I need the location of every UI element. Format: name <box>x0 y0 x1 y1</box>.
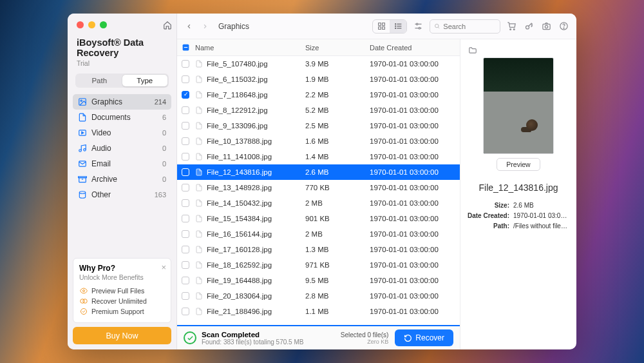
file-row[interactable]: File_14_150432.jpg2 MB1970-01-01 03:00:0… <box>177 195 460 211</box>
sidebar-item-documents[interactable]: Documents6 <box>73 110 171 125</box>
filter-icon[interactable] <box>412 21 424 31</box>
tab-path[interactable]: Path <box>77 75 122 86</box>
file-name: File_13_148928.jpg <box>207 184 305 191</box>
file-name: File_7_118648.jpg <box>207 91 305 99</box>
app-edition: Trial <box>68 59 176 74</box>
fullscreen-window-button[interactable] <box>100 21 107 28</box>
row-checkbox[interactable] <box>177 199 194 207</box>
scan-status-title: Scan Completed <box>202 331 303 338</box>
promo-item: Recover Unlimited <box>79 296 165 306</box>
row-checkbox[interactable] <box>177 137 194 145</box>
row-checkbox[interactable] <box>177 308 194 315</box>
graphics-icon <box>78 97 87 106</box>
app-window: iBoysoft® Data Recovery Trial Path Type … <box>68 14 576 349</box>
minimize-window-button[interactable] <box>88 21 95 28</box>
file-row[interactable]: File_17_160128.jpg1.3 MB1970-01-01 03:00… <box>177 242 460 257</box>
category-count: 0 <box>162 160 166 168</box>
file-row[interactable]: File_16_156144.jpg2 MB1970-01-01 03:00:0… <box>177 226 460 242</box>
close-window-button[interactable] <box>77 21 84 28</box>
file-row[interactable]: File_7_118648.jpg2.2 MB1970-01-01 03:00:… <box>177 87 460 103</box>
row-checkbox[interactable] <box>177 75 194 83</box>
file-row[interactable]: File_18_162592.jpg971 KB1970-01-01 03:00… <box>177 257 460 273</box>
row-checkbox[interactable] <box>177 184 194 191</box>
file-row[interactable]: File_20_183064.jpg2.8 MB1970-01-01 03:00… <box>177 288 460 304</box>
file-row[interactable]: File_19_164488.jpg9.5 MB1970-01-01 03:00… <box>177 273 460 288</box>
file-date: 1970-01-01 03:00:00 <box>370 308 460 315</box>
list-view-button[interactable] <box>390 20 406 33</box>
category-label: Documents <box>91 113 131 122</box>
file-row[interactable]: File_12_143816.jpg2.6 MB1970-01-01 03:00… <box>177 164 460 180</box>
preview-button[interactable]: Preview <box>497 158 540 171</box>
sidebar-item-audio[interactable]: Audio0 <box>73 141 171 156</box>
file-row[interactable]: File_21_188496.jpg1.1 MB1970-01-01 03:00… <box>177 304 460 319</box>
row-checkbox[interactable] <box>177 153 194 161</box>
file-date: 1970-01-01 03:00:00 <box>370 106 460 114</box>
search-box[interactable] <box>430 19 500 34</box>
svg-point-32 <box>545 25 547 28</box>
sidebar-item-video[interactable]: Video0 <box>73 125 171 141</box>
row-checkbox[interactable] <box>177 230 194 238</box>
file-icon <box>194 137 204 146</box>
file-row[interactable]: File_6_115032.jpg1.9 MB1970-01-01 03:00:… <box>177 72 460 87</box>
file-row[interactable]: File_13_148928.jpg770 KB1970-01-01 03:00… <box>177 180 460 195</box>
row-checkbox[interactable] <box>177 168 194 176</box>
file-row[interactable]: File_5_107480.jpg3.9 MB1970-01-01 03:00:… <box>177 56 460 72</box>
file-size: 2 MB <box>305 199 370 207</box>
file-icon <box>194 199 204 208</box>
file-date: 1970-01-01 03:00:00 <box>370 168 460 176</box>
sidebar-item-email[interactable]: Email0 <box>73 156 171 172</box>
file-row[interactable]: File_8_122912.jpg5.2 MB1970-01-01 03:00:… <box>177 103 460 118</box>
file-date: 1970-01-01 03:00:00 <box>370 60 460 68</box>
column-name[interactable]: Name <box>194 44 305 52</box>
sidebar-item-archive[interactable]: Archive0 <box>73 172 171 187</box>
tab-type[interactable]: Type <box>122 75 168 86</box>
selected-count: Selected 0 file(s) <box>341 331 388 338</box>
file-name: File_16_156144.jpg <box>207 230 305 238</box>
svg-marker-3 <box>82 132 84 134</box>
row-checkbox[interactable] <box>177 122 194 130</box>
file-row[interactable]: File_15_154384.jpg901 KB1970-01-01 03:00… <box>177 211 460 226</box>
forward-button[interactable] <box>200 22 211 31</box>
row-checkbox[interactable] <box>177 246 194 253</box>
file-row[interactable]: File_11_141008.jpg1.4 MB1970-01-01 03:00… <box>177 149 460 164</box>
pro-promo-card: × Why Pro? Unlock More Benefits Preview … <box>73 258 171 323</box>
sidebar-item-other[interactable]: Other163 <box>73 187 171 202</box>
row-checkbox[interactable] <box>177 261 194 269</box>
help-icon[interactable] <box>558 21 570 31</box>
column-date[interactable]: Date Created <box>370 44 460 52</box>
file-date: 1970-01-01 03:00:00 <box>370 277 460 284</box>
home-icon[interactable] <box>163 21 172 30</box>
file-date: 1970-01-01 03:00:00 <box>370 122 460 130</box>
file-size: 5.2 MB <box>305 106 370 114</box>
detail-pane: Preview File_12_143816.jpg Size:2.6 MB D… <box>460 39 576 349</box>
recover-button[interactable]: Recover <box>395 329 453 346</box>
row-checkbox[interactable] <box>177 277 194 284</box>
row-checkbox[interactable] <box>177 292 194 300</box>
cart-icon[interactable] <box>506 21 518 31</box>
camera-icon[interactable] <box>540 21 553 31</box>
folder-icon[interactable] <box>468 46 477 55</box>
close-icon[interactable]: × <box>161 262 166 272</box>
select-all-indicator[interactable] <box>177 43 194 52</box>
category-list: Graphics214Documents6Video0Audio0Email0A… <box>68 94 176 202</box>
row-checkbox[interactable] <box>177 91 194 99</box>
key-icon[interactable] <box>523 21 535 31</box>
file-date: 1970-01-01 03:00:00 <box>370 137 460 145</box>
back-button[interactable] <box>184 22 194 31</box>
svg-rect-36 <box>184 47 187 48</box>
column-size[interactable]: Size <box>305 44 370 52</box>
buy-now-button[interactable]: Buy Now <box>73 327 171 344</box>
file-row[interactable]: File_9_133096.jpg2.5 MB1970-01-01 03:00:… <box>177 118 460 133</box>
audio-icon <box>78 144 87 153</box>
sidebar-item-graphics[interactable]: Graphics214 <box>73 94 171 110</box>
row-checkbox[interactable] <box>177 60 194 68</box>
file-date: 1970-01-01 03:00:00 <box>370 91 460 99</box>
search-input[interactable] <box>443 23 496 30</box>
category-count: 214 <box>155 98 166 106</box>
file-size: 2.5 MB <box>305 122 370 130</box>
row-checkbox[interactable] <box>177 215 194 222</box>
row-checkbox[interactable] <box>177 106 194 114</box>
file-row[interactable]: File_10_137888.jpg1.6 MB1970-01-01 03:00… <box>177 133 460 149</box>
grid-view-button[interactable] <box>373 20 390 33</box>
svg-point-23 <box>416 23 418 25</box>
